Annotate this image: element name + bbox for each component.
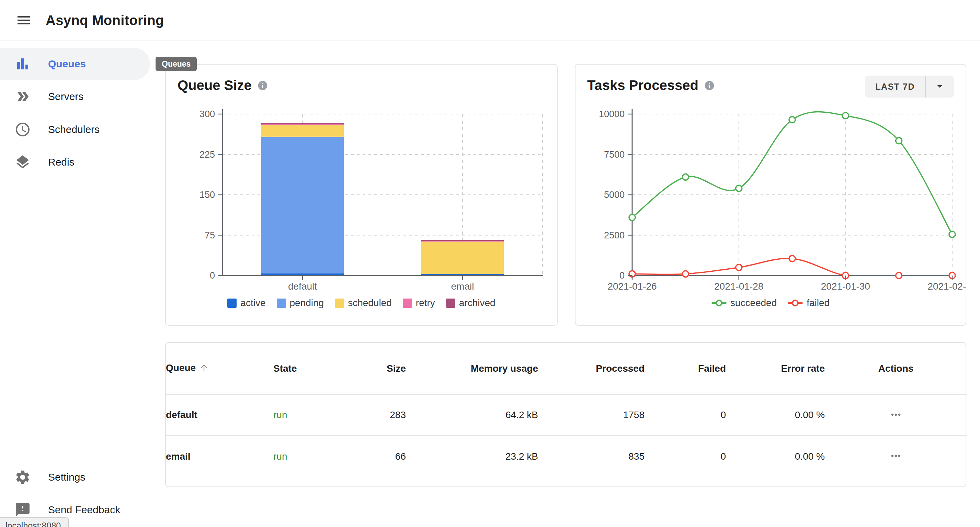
failed-value: 0 (644, 394, 726, 436)
double-arrow-icon (14, 88, 31, 105)
column-header-size[interactable]: Size (345, 343, 406, 394)
legend-label: scheduled (348, 298, 392, 309)
sidebar-item-servers[interactable]: Servers (0, 80, 150, 113)
sidebar-item-label: Settings (48, 471, 85, 483)
svg-text:default: default (288, 281, 317, 292)
column-header-actions: Actions (825, 343, 967, 394)
info-icon[interactable] (257, 80, 268, 91)
svg-text:email: email (451, 281, 474, 292)
more-horiz-icon (889, 459, 903, 464)
svg-text:7500: 7500 (604, 150, 625, 160)
failed-value: 0 (644, 436, 726, 477)
range-dropdown-button[interactable] (926, 76, 954, 97)
queue-size-legend: active pending scheduled retry archived (166, 298, 557, 309)
svg-text:300: 300 (199, 109, 215, 119)
sidebar-item-label: Schedulers (48, 124, 100, 135)
table-row: default run 283 64.2 kB 1758 0 0.00 % (166, 394, 967, 436)
legend-line-swatch (711, 299, 727, 307)
arrow-upward-icon[interactable] (199, 364, 209, 374)
tasks-processed-chart: 0250050007500100002021-01-262021-01-2820… (576, 65, 966, 325)
layers-icon (14, 154, 31, 170)
svg-text:2021-02-01: 2021-02-01 (928, 281, 966, 292)
row-actions-button[interactable] (888, 447, 904, 465)
app-bar: Asynq Monitoring (0, 0, 980, 41)
column-header-failed[interactable]: Failed (644, 343, 726, 394)
legend-item-archived: archived (446, 298, 495, 309)
tasks-processed-title: Tasks Processed (587, 78, 698, 93)
legend-label: pending (290, 298, 324, 309)
state-badge: run (273, 451, 287, 462)
legend-item-active: active (228, 298, 266, 309)
svg-text:0: 0 (210, 271, 215, 281)
table-header-row: Queue State Size Memory usage Processed … (166, 343, 967, 394)
queues-table-card: Queue State Size Memory usage Processed … (165, 342, 966, 487)
arrow-drop-down-icon (934, 80, 946, 94)
app-title: Asynq Monitoring (46, 13, 164, 28)
status-bubble: localhost:8080 (0, 517, 69, 527)
legend-item-pending: pending (277, 298, 324, 309)
sidebar-item-label: Redis (48, 156, 75, 168)
sidebar-item-label: Servers (48, 91, 83, 102)
queue-size-title: Queue Size (178, 78, 252, 93)
column-header-queue[interactable]: Queue (166, 343, 273, 394)
processed-value: 835 (538, 436, 644, 477)
legend-label: failed (807, 298, 830, 309)
legend-item-failed: failed (788, 298, 830, 309)
bar-chart-icon (14, 56, 31, 72)
legend-item-scheduled: scheduled (335, 298, 392, 309)
size-value: 66 (345, 436, 406, 477)
svg-text:0: 0 (619, 271, 625, 281)
column-header-state[interactable]: State (273, 343, 345, 394)
svg-text:2021-01-26: 2021-01-26 (608, 281, 657, 292)
legend-label: active (240, 298, 266, 309)
legend-item-retry: retry (403, 298, 435, 309)
tasks-legend: succeeded failed (576, 298, 966, 309)
sidebar-item-label: Queues (48, 58, 86, 70)
column-header-processed[interactable]: Processed (538, 343, 644, 394)
table-row: email run 66 23.2 kB 835 0 0.00 % (166, 436, 967, 477)
svg-text:2021-01-28: 2021-01-28 (714, 281, 763, 292)
size-value: 283 (345, 394, 406, 436)
svg-text:75: 75 (205, 230, 215, 240)
column-header-error-rate[interactable]: Error rate (726, 343, 825, 394)
memory-value: 64.2 kB (406, 394, 538, 436)
sidebar-item-queues[interactable]: Queues (0, 48, 150, 80)
error-rate-value: 0.00 % (726, 394, 825, 436)
queues-table: Queue State Size Memory usage Processed … (166, 343, 967, 477)
svg-text:5000: 5000 (604, 189, 625, 200)
sidebar-item-redis[interactable]: Redis (0, 146, 150, 178)
queue-link[interactable]: default (166, 409, 197, 420)
range-selector: LAST 7D (865, 76, 954, 97)
legend-swatch (403, 299, 412, 308)
column-header-memory[interactable]: Memory usage (406, 343, 538, 394)
more-horiz-icon (889, 417, 903, 423)
sidebar-item-settings[interactable]: Settings (0, 461, 150, 494)
sidebar-item-schedulers[interactable]: Schedulers (0, 113, 150, 146)
info-icon[interactable] (704, 80, 715, 91)
legend-swatch (446, 299, 455, 308)
error-rate-value: 0.00 % (726, 436, 825, 477)
legend-swatch (277, 299, 286, 308)
legend-label: retry (416, 298, 435, 309)
range-button[interactable]: LAST 7D (865, 76, 925, 97)
state-badge: run (273, 409, 287, 420)
row-actions-button[interactable] (888, 406, 904, 424)
menu-icon (16, 24, 32, 30)
menu-button[interactable] (16, 12, 32, 29)
svg-text:10000: 10000 (599, 109, 625, 119)
legend-label: succeeded (730, 298, 777, 309)
queue-size-chart: defaultemail075150225300 (166, 65, 557, 325)
sidebar-item-label: Send Feedback (48, 504, 120, 516)
memory-value: 23.2 kB (406, 436, 538, 477)
clock-icon (14, 121, 31, 138)
tasks-processed-card: Tasks Processed LAST 7D 0250050007500100… (575, 64, 966, 326)
legend-label: archived (459, 298, 495, 309)
legend-swatch (335, 299, 344, 308)
svg-text:2021-01-30: 2021-01-30 (821, 281, 870, 292)
legend-item-succeeded: succeeded (711, 298, 777, 309)
queue-size-card: Queue Size defaultemail075150225300 acti… (165, 64, 558, 326)
svg-text:225: 225 (199, 150, 215, 160)
svg-text:150: 150 (199, 189, 215, 200)
queue-link[interactable]: email (166, 451, 191, 462)
svg-text:2500: 2500 (604, 230, 625, 240)
